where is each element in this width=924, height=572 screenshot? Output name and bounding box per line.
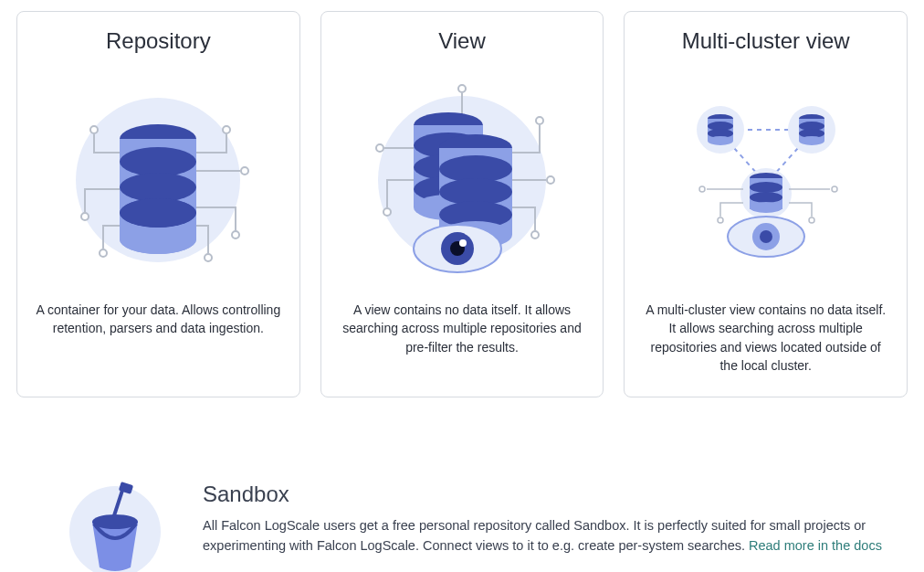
card-title: View <box>438 28 486 54</box>
svg-point-2 <box>81 213 89 220</box>
svg-point-57 <box>750 182 782 193</box>
svg-point-17 <box>383 208 391 216</box>
card-description: A view contains no data itself. It allow… <box>340 301 585 356</box>
svg-point-53 <box>832 186 837 192</box>
sandbox-text: Sandbox All Falcon LogScale users get a … <box>203 482 886 556</box>
svg-point-16 <box>376 144 383 152</box>
svg-point-5 <box>241 167 248 175</box>
sandbox-title: Sandbox <box>203 482 886 507</box>
eye-icon <box>728 217 804 257</box>
multi-cluster-illustration <box>656 70 876 290</box>
svg-point-20 <box>531 231 539 238</box>
svg-point-59 <box>750 202 782 213</box>
svg-point-4 <box>223 126 230 133</box>
svg-point-19 <box>547 176 554 184</box>
svg-point-62 <box>760 230 772 243</box>
card-title: Multi-cluster view <box>682 28 850 54</box>
sandbox-docs-link[interactable]: Read more in the docs <box>749 538 882 553</box>
svg-point-6 <box>232 231 239 238</box>
sandbox-illustration <box>60 482 170 572</box>
svg-point-7 <box>205 254 212 261</box>
view-illustration <box>352 70 572 290</box>
svg-point-49 <box>799 136 824 145</box>
view-icon <box>352 70 572 290</box>
svg-point-43 <box>708 136 733 145</box>
svg-point-12 <box>120 173 196 202</box>
database-icon <box>120 124 196 254</box>
svg-point-51 <box>699 186 705 192</box>
svg-point-3 <box>100 249 107 257</box>
card-description: A container for your data. Allows contro… <box>36 301 281 338</box>
sandbox-section: Sandbox All Falcon LogScale users get a … <box>16 482 908 572</box>
eye-icon <box>414 225 501 272</box>
card-title: Repository <box>106 28 211 54</box>
cards-row: Repository <box>16 11 908 397</box>
svg-point-58 <box>750 192 782 203</box>
svg-point-66 <box>92 514 138 529</box>
svg-point-11 <box>120 147 196 176</box>
card-view[interactable]: View <box>320 11 604 397</box>
svg-point-1 <box>90 126 98 133</box>
svg-point-54 <box>809 217 814 223</box>
repository-illustration <box>48 70 268 290</box>
svg-point-52 <box>718 217 723 223</box>
svg-point-18 <box>536 117 543 124</box>
card-repository[interactable]: Repository <box>16 11 300 397</box>
multi-cluster-icon <box>656 89 876 271</box>
repository-icon <box>48 70 268 290</box>
card-multi-cluster-view[interactable]: Multi-cluster view <box>624 11 908 397</box>
sandbox-description: All Falcon LogScale users get a free per… <box>203 516 886 556</box>
card-description: A multi-cluster view contains no data it… <box>643 301 888 375</box>
svg-point-37 <box>459 239 467 247</box>
bucket-icon <box>65 482 165 572</box>
svg-point-21 <box>458 85 466 92</box>
